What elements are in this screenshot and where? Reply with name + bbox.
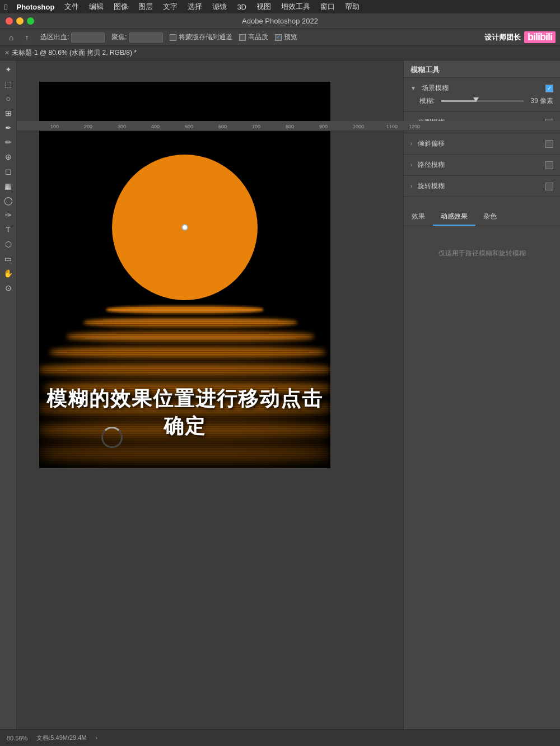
menu-3d[interactable]: 3D bbox=[232, 0, 251, 13]
save-mask-label: 将蒙版存储到通道 bbox=[179, 32, 232, 42]
ruler-mark-900: 900 bbox=[319, 124, 328, 129]
optionsbar: ⌂ ↑ 选区出血: 聚焦: 将蒙版存储到通道 高品质 预览 设计师团长 bili… bbox=[0, 29, 560, 46]
ruler-mark-1000: 1000 bbox=[353, 124, 364, 129]
tool-hand[interactable]: ✋ bbox=[2, 267, 15, 280]
menu-window[interactable]: 窗口 bbox=[316, 0, 339, 13]
tool-brush[interactable]: ✏ bbox=[2, 136, 15, 149]
spin-blur-label: 旋转模糊 bbox=[418, 181, 445, 191]
water-stripe-4 bbox=[50, 347, 325, 358]
menu-plugins[interactable]: 增效工具 bbox=[277, 0, 315, 13]
panel-notice: 仅适用于路径模糊和旋转模糊 bbox=[404, 226, 560, 281]
scene-blur-chevron[interactable]: ▼ bbox=[410, 85, 416, 91]
preview-checkbox[interactable] bbox=[275, 34, 282, 41]
water-stripe-2 bbox=[84, 318, 297, 327]
scene-blur-label: 场景模糊 bbox=[422, 83, 449, 93]
sun-center-dot[interactable] bbox=[181, 224, 188, 231]
zoom-level: 80.56% bbox=[7, 735, 27, 742]
tool-lasso[interactable]: ○ bbox=[2, 92, 15, 105]
spin-blur-checkbox[interactable] bbox=[545, 183, 553, 190]
select-bleed-input[interactable] bbox=[71, 32, 105, 43]
ruler-mark-300: 300 bbox=[118, 124, 126, 129]
path-blur-chevron[interactable]: › bbox=[410, 162, 412, 168]
tab-motion[interactable]: 动感效果 bbox=[433, 208, 475, 226]
tool-text[interactable]: T bbox=[2, 223, 15, 236]
menu-select[interactable]: 选择 bbox=[183, 0, 207, 13]
window-title: Adobe Photoshop 2022 bbox=[242, 17, 318, 25]
preview-group: 预览 bbox=[275, 32, 297, 42]
tools-sidebar: ✦ ⬚ ○ ⊞ ✒ ✏ ⊕ ◻ ▦ ◯ ✑ T ⬡ ▭ ✋ ⊙ bbox=[0, 60, 17, 729]
tilt-shift-chevron[interactable]: › bbox=[410, 141, 412, 147]
select-bleed-group: 选区出血: bbox=[40, 32, 105, 43]
tool-clone[interactable]: ⊕ bbox=[2, 150, 15, 164]
focus-input[interactable] bbox=[129, 32, 163, 43]
tool-path[interactable]: ⬡ bbox=[2, 237, 15, 251]
apple-menu[interactable]:  bbox=[4, 2, 7, 12]
tabbar: ✕ 未标题-1 @ 80.6% (水面 拷贝 2, RGB/8) * bbox=[0, 46, 560, 60]
bilibili-logo: bilibili bbox=[524, 31, 556, 43]
workspace: 100 200 300 400 500 600 700 800 900 1000… bbox=[0, 60, 560, 729]
tool-eraser[interactable]: ◻ bbox=[2, 165, 15, 178]
menu-text[interactable]: 文字 bbox=[158, 0, 182, 13]
close-button[interactable] bbox=[6, 17, 13, 25]
menu-layer[interactable]: 图层 bbox=[134, 0, 157, 13]
tab-close-button[interactable]: ✕ bbox=[4, 49, 10, 57]
tilt-shift-section: › 倾斜偏移 bbox=[404, 133, 560, 155]
tilt-shift-row: › 倾斜偏移 bbox=[404, 137, 560, 151]
menu-view[interactable]: 视图 bbox=[252, 0, 276, 13]
tool-dodge[interactable]: ◯ bbox=[2, 194, 15, 207]
hq-checkbox[interactable] bbox=[239, 34, 246, 41]
statusbar: 80.56% 文档:5.49M/29.4M › bbox=[0, 729, 560, 746]
tool-select[interactable]: ⬚ bbox=[2, 77, 15, 91]
tilt-shift-checkbox[interactable] bbox=[545, 140, 553, 148]
water-reflection bbox=[39, 300, 330, 468]
blur-value-row: 模糊: 39 像素 bbox=[404, 95, 560, 108]
path-blur-label-group: › 路径模糊 bbox=[410, 160, 545, 170]
ruler-mark-1100: 1100 bbox=[386, 124, 398, 129]
tool-crop[interactable]: ⊞ bbox=[2, 106, 15, 120]
water-stripe-3 bbox=[67, 332, 314, 342]
tab-label[interactable]: 未标题-1 @ 80.6% (水面 拷贝 2, RGB/8) * bbox=[12, 48, 137, 58]
tool-shape[interactable]: ▭ bbox=[2, 252, 15, 265]
path-blur-row: › 路径模糊 bbox=[404, 158, 560, 172]
blur-slider-thumb[interactable] bbox=[473, 97, 479, 102]
ruler-mark-500: 500 bbox=[185, 124, 193, 129]
tool-gradient[interactable]: ▦ bbox=[2, 179, 15, 193]
ruler-mark-600: 600 bbox=[218, 124, 227, 129]
canvas-area: 100 200 300 400 500 600 700 800 900 1000 bbox=[17, 71, 403, 729]
spin-blur-section: › 旋转模糊 bbox=[404, 176, 560, 197]
menu-help[interactable]: 帮助 bbox=[340, 0, 364, 13]
ruler-mark-100: 100 bbox=[50, 124, 59, 129]
tool-zoom[interactable]: ⊙ bbox=[2, 281, 15, 295]
menu-file[interactable]: 文件 bbox=[60, 0, 83, 13]
blur-slider-fill bbox=[441, 100, 476, 102]
image-canvas[interactable]: 模糊的效果位置进行移动点击确定 bbox=[39, 82, 330, 468]
tool-eyedropper[interactable]: ✒ bbox=[2, 121, 15, 134]
spin-blur-chevron[interactable]: › bbox=[410, 183, 412, 189]
tab-effect[interactable]: 效果 bbox=[404, 208, 433, 226]
save-mask-group: 将蒙版存储到通道 bbox=[170, 32, 232, 42]
menu-filter[interactable]: 滤镜 bbox=[208, 0, 231, 13]
scene-blur-checkbox[interactable]: ✓ bbox=[545, 85, 553, 92]
arrow-icon: › bbox=[96, 735, 97, 741]
menu-image[interactable]: 图像 bbox=[109, 0, 133, 13]
traffic-lights bbox=[6, 17, 34, 25]
tab-noise[interactable]: 杂色 bbox=[475, 208, 505, 226]
path-blur-checkbox[interactable] bbox=[545, 161, 553, 169]
scene-blur-row: ▼ 场景模糊 ✓ bbox=[404, 81, 560, 95]
tool-pen[interactable]: ✑ bbox=[2, 208, 15, 222]
blur-slider[interactable] bbox=[441, 100, 524, 102]
panel-title: 模糊工具 bbox=[404, 60, 560, 78]
menu-photoshop[interactable]: Photoshop bbox=[12, 0, 59, 13]
ruler-mark-1200: 1200 bbox=[409, 124, 420, 129]
menu-edit[interactable]: 编辑 bbox=[85, 0, 108, 13]
home-icon[interactable]: ⌂ bbox=[4, 31, 18, 44]
minimize-button[interactable] bbox=[16, 17, 24, 25]
cloud-icon[interactable]: ↑ bbox=[20, 31, 34, 44]
maximize-button[interactable] bbox=[27, 17, 34, 25]
right-panel: 模糊工具 ▼ 场景模糊 ✓ 模糊: 39 像素 bbox=[403, 60, 560, 729]
tilt-shift-label-group: › 倾斜偏移 bbox=[410, 139, 545, 148]
save-mask-checkbox[interactable] bbox=[170, 34, 176, 41]
titlebar: Adobe Photoshop 2022 bbox=[0, 13, 560, 29]
ruler-mark-200: 200 bbox=[84, 124, 92, 129]
tool-move[interactable]: ✦ bbox=[2, 63, 15, 76]
